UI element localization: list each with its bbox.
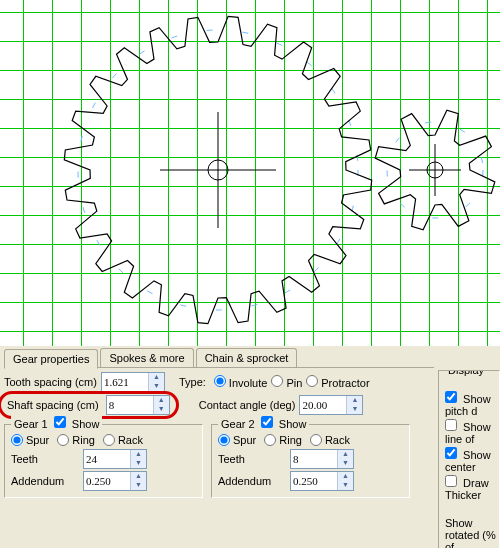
gear1-legend: Gear 1: [14, 418, 48, 430]
teeth2-input[interactable]: ▲▼: [290, 449, 354, 469]
chevron-down-icon[interactable]: ▼: [347, 405, 362, 414]
gear2-legend: Gear 2: [221, 418, 255, 430]
chevron-up-icon[interactable]: ▲: [149, 373, 164, 382]
display-group: Display Show pitch d Show line of Show c…: [438, 370, 500, 548]
gear2-rack[interactable]: Rack: [310, 434, 350, 446]
chevron-up-icon[interactable]: ▲: [347, 396, 362, 405]
addendum2-input[interactable]: ▲▼: [290, 471, 354, 491]
gear2-spur[interactable]: Spur: [218, 434, 256, 446]
shaft-spacing-input[interactable]: ▲▼: [106, 395, 170, 415]
gear2-ring[interactable]: Ring: [264, 434, 302, 446]
chevron-down-icon[interactable]: ▼: [154, 405, 169, 414]
type-involute[interactable]: Involute: [214, 375, 268, 389]
contact-angle-label: Contact angle (deg): [199, 399, 296, 411]
gear1-rack[interactable]: Rack: [103, 434, 143, 446]
draw-thicker[interactable]: Draw Thicker: [445, 475, 499, 501]
gear2-show[interactable]: Show: [261, 418, 307, 430]
chevron-down-icon[interactable]: ▼: [149, 382, 164, 391]
show-pitch[interactable]: Show pitch d: [445, 391, 499, 417]
gear-drawing: [0, 0, 500, 346]
show-line[interactable]: Show line of: [445, 419, 499, 445]
gear1-show[interactable]: Show: [54, 418, 100, 430]
tooth-spacing-label: Tooth spacing (cm): [4, 376, 97, 388]
tab-spokes[interactable]: Spokes & more: [100, 348, 193, 367]
gear1-ring[interactable]: Ring: [57, 434, 95, 446]
show-center[interactable]: Show center: [445, 447, 499, 473]
teeth1-label: Teeth: [11, 453, 79, 465]
type-label: Type:: [179, 376, 206, 388]
gear-2-group: Gear 2 Show Spur Ring Rack Teeth ▲▼ Adde…: [211, 424, 410, 498]
contact-angle-input[interactable]: ▲▼: [299, 395, 363, 415]
type-pin[interactable]: Pin: [271, 375, 302, 389]
shaft-spacing-highlight: Shaft spacing (cm) ▲▼: [0, 391, 179, 419]
shaft-spacing-label: Shaft spacing (cm): [7, 399, 99, 411]
display-legend: Display: [445, 370, 487, 376]
chevron-up-icon[interactable]: ▲: [154, 396, 169, 405]
teeth1-input[interactable]: ▲▼: [83, 449, 147, 469]
show-rotated-label: Show rotated (% of: [445, 517, 499, 548]
tab-bar: Gear properties Spokes & more Chain & sp…: [4, 348, 434, 368]
type-protractor[interactable]: Protractor: [306, 375, 369, 389]
gear-1-group: Gear 1 Show Spur Ring Rack Teeth ▲▼ Adde…: [4, 424, 203, 498]
addendum1-label: Addendum: [11, 475, 79, 487]
gear1-spur[interactable]: Spur: [11, 434, 49, 446]
addendum2-label: Addendum: [218, 475, 286, 487]
addendum1-input[interactable]: ▲▼: [83, 471, 147, 491]
gear-canvas[interactable]: [0, 0, 500, 346]
teeth2-label: Teeth: [218, 453, 286, 465]
tooth-spacing-input[interactable]: ▲▼: [101, 372, 165, 392]
tab-gear-properties[interactable]: Gear properties: [4, 349, 98, 369]
tab-chain[interactable]: Chain & sprocket: [196, 348, 298, 367]
